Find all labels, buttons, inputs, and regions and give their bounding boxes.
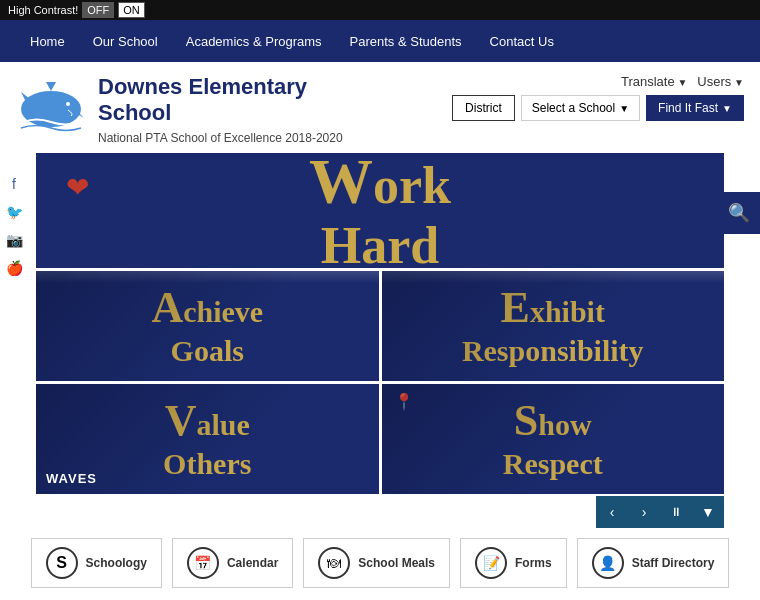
other-social-icon[interactable]: 🍎	[0, 254, 28, 282]
calendar-button[interactable]: 📅 Calendar	[172, 538, 293, 588]
search-button[interactable]: 🔍	[718, 192, 760, 234]
staff-directory-button[interactable]: 👤 Staff Directory	[577, 538, 730, 588]
nav-parents[interactable]: Parents & Students	[336, 22, 476, 61]
facebook-icon[interactable]: f	[0, 170, 28, 198]
header-area: Downes Elementary School National PTA Sc…	[0, 62, 760, 153]
hero-banner: ❤ Work Hard	[36, 153, 724, 268]
waves-label: WAVES	[46, 471, 97, 486]
prev-slide-button[interactable]: ‹	[596, 496, 628, 528]
calendar-label: Calendar	[227, 556, 278, 570]
users-dropdown[interactable]: Users	[697, 74, 744, 89]
exhibit-cell: ExhibitResponsibility	[382, 271, 725, 381]
nav-contact[interactable]: Contact Us	[476, 22, 568, 61]
nav-our-school[interactable]: Our School	[79, 22, 172, 61]
instagram-icon[interactable]: 📷	[0, 226, 28, 254]
contrast-on-toggle[interactable]: ON	[118, 2, 145, 18]
red-emblem: ❤	[66, 171, 89, 204]
translate-dropdown[interactable]: Translate	[621, 74, 687, 89]
value-cell: ValueOthers WAVES	[36, 384, 379, 494]
hero-text: Work Hard	[309, 147, 451, 275]
school-subtitle: National PTA School of Excellence 2018-2…	[98, 131, 440, 145]
main-nav: Home Our School Academics & Programs Par…	[0, 20, 760, 62]
forms-icon: 📝	[475, 547, 507, 579]
district-button[interactable]: District	[452, 95, 515, 121]
forms-button[interactable]: 📝 Forms	[460, 538, 567, 588]
image-grid: AchieveGoals ExhibitResponsibility Value…	[36, 271, 724, 494]
school-name: Downes Elementary School	[98, 74, 440, 127]
show-cell: 📍 ShowRespect	[382, 384, 725, 494]
staff-directory-icon: 👤	[592, 547, 624, 579]
find-fast-button[interactable]: Find It Fast	[646, 95, 744, 121]
twitter-icon[interactable]: 🐦	[0, 198, 28, 226]
next-slide-button[interactable]: ›	[628, 496, 660, 528]
high-contrast-label: High Contrast!	[8, 4, 78, 16]
calendar-icon: 📅	[187, 547, 219, 579]
nav-academics[interactable]: Academics & Programs	[172, 22, 336, 61]
social-sidebar: f 🐦 📷 🍎	[0, 170, 28, 282]
school-meals-icon: 🍽	[318, 547, 350, 579]
header-buttons: District Select a School Find It Fast	[452, 95, 744, 121]
staff-directory-label: Staff Directory	[632, 556, 715, 570]
school-meals-button[interactable]: 🍽 School Meals	[303, 538, 450, 588]
svg-point-4	[66, 102, 70, 106]
bottom-icons: S Schoology 📅 Calendar 🍽 School Meals 📝 …	[0, 528, 760, 594]
achieve-cell: AchieveGoals	[36, 271, 379, 381]
top-bar: High Contrast! OFF ON	[0, 0, 760, 20]
header-right: Translate Users District Select a School…	[452, 74, 744, 121]
search-icon: 🔍	[728, 202, 750, 224]
school-meals-label: School Meals	[358, 556, 435, 570]
schoology-button[interactable]: S Schoology	[31, 538, 162, 588]
slideshow-controls-row: ‹ › ⏸ ▼	[36, 496, 724, 528]
nav-home[interactable]: Home	[16, 22, 79, 61]
schoology-icon: S	[46, 547, 78, 579]
expand-slide-button[interactable]: ▼	[692, 496, 724, 528]
select-school-button[interactable]: Select a School	[521, 95, 640, 121]
translate-row: Translate Users	[621, 74, 744, 89]
forms-label: Forms	[515, 556, 552, 570]
schoology-label: Schoology	[86, 556, 147, 570]
school-logo	[16, 74, 86, 134]
svg-marker-2	[46, 82, 56, 91]
contrast-off-toggle[interactable]: OFF	[82, 2, 114, 18]
pause-slide-button[interactable]: ⏸	[660, 496, 692, 528]
school-info: Downes Elementary School National PTA Sc…	[98, 74, 440, 145]
